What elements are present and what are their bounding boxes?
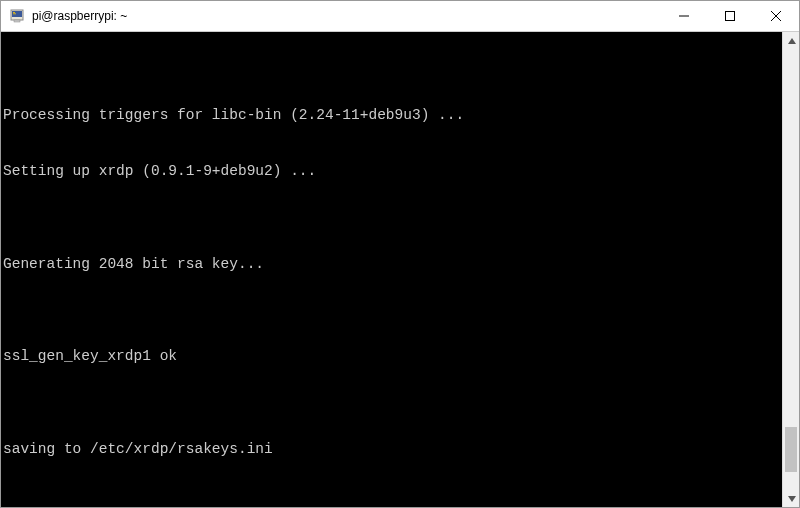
svg-rect-4 [14, 20, 20, 22]
scrollbar[interactable] [782, 32, 799, 507]
scroll-thumb[interactable] [785, 427, 797, 472]
scroll-up-button[interactable] [783, 32, 799, 49]
svg-rect-6 [726, 12, 735, 21]
window-controls [661, 1, 799, 31]
terminal-line: ssl_gen_key_xrdp1 ok [3, 347, 780, 366]
scroll-down-button[interactable] [783, 490, 799, 507]
putty-icon [7, 6, 27, 26]
terminal-line: Setting up xrdp (0.9.1-9+deb9u2) ... [3, 162, 780, 181]
window-title: pi@raspberrypi: ~ [32, 9, 661, 23]
terminal-line: Generating 2048 bit rsa key... [3, 255, 780, 274]
putty-window: pi@raspberrypi: ~ Processing triggers fo… [0, 0, 800, 508]
terminal-body[interactable]: Processing triggers for libc-bin (2.24-1… [1, 32, 799, 507]
minimize-button[interactable] [661, 1, 707, 31]
maximize-button[interactable] [707, 1, 753, 31]
terminal-content: Processing triggers for libc-bin (2.24-1… [3, 69, 797, 507]
close-button[interactable] [753, 1, 799, 31]
terminal-line: Processing triggers for libc-bin (2.24-1… [3, 106, 780, 125]
terminal-line: saving to /etc/xrdp/rsakeys.ini [3, 440, 780, 459]
titlebar: pi@raspberrypi: ~ [1, 1, 799, 32]
